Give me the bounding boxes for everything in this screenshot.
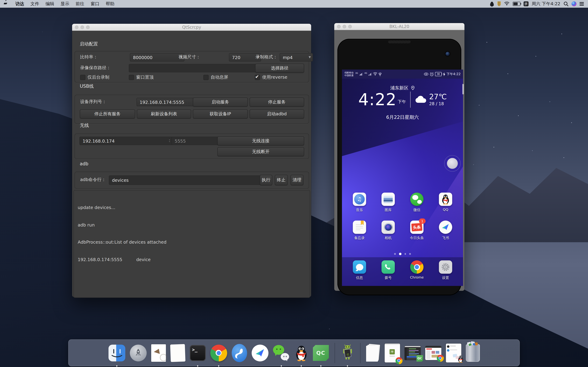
siri-icon[interactable] (571, 1, 576, 6)
weather-block[interactable]: 27℃ 28 / 18 (415, 93, 447, 106)
menu-view[interactable]: 显示 (57, 0, 72, 8)
stop-all-services-button[interactable]: 停止所有服务 (80, 109, 135, 118)
page-dot[interactable] (394, 253, 396, 255)
app-memo[interactable]: 备忘录 (348, 221, 371, 241)
checkbox-checked-icon[interactable] (255, 75, 260, 80)
dock-seal-app-icon[interactable] (232, 342, 247, 364)
app-feishu[interactable]: 飞书 (434, 221, 457, 241)
battery-icon[interactable] (513, 2, 520, 6)
dock-qtscrcpy-code-window-thumb[interactable]: QC (404, 342, 421, 364)
app-qq[interactable]: QQ (434, 192, 457, 213)
app-toutiao[interactable]: 1 头条 今日头条 (406, 221, 428, 241)
ip-port-colon: : (169, 137, 170, 144)
widget-time: 4:22 (358, 91, 397, 108)
pinyin-input-icon[interactable]: 拼 (524, 1, 528, 6)
serial-combobox[interactable]: 192.168.0.174:5555▼ (137, 98, 199, 106)
window-traffic-lights[interactable] (337, 25, 352, 28)
apple-menu-icon[interactable] (0, 0, 12, 8)
checkbox-icon[interactable] (80, 75, 85, 80)
checkbox-screen-off[interactable]: 自动息屏 (203, 75, 228, 80)
phone-mirror-window: BKL-AL20 优酷移动 中国联通 (334, 23, 465, 291)
dock-feishu-icon[interactable] (251, 342, 268, 364)
wireless-port-input[interactable]: 5555 (172, 137, 221, 145)
start-adbd-button[interactable]: 启动adbd (250, 109, 304, 118)
dock-notes-icon[interactable] (170, 342, 185, 364)
dock-qtscrcpy-icon[interactable]: QC (313, 342, 329, 364)
dock-wechat-icon[interactable] (273, 342, 290, 364)
app-messages[interactable]: 信息 (348, 260, 371, 280)
clear-button[interactable]: 清理 (291, 175, 303, 185)
dock-chrome-web-window-thumb[interactable] (425, 342, 441, 364)
page-dot[interactable] (405, 253, 406, 255)
memo-icon (353, 221, 366, 234)
dock-documents-stack-icon[interactable] (366, 342, 380, 364)
dock-launchpad-icon[interactable] (130, 342, 147, 364)
zoom-button[interactable] (86, 25, 90, 29)
wireless-connect-button[interactable]: 无线连接 (217, 136, 304, 145)
start-service-button[interactable]: 启动服务 (193, 98, 248, 107)
dock-finder-icon[interactable] (108, 342, 125, 364)
page-dot[interactable] (409, 253, 411, 255)
choose-path-button[interactable]: 选择路径 (255, 64, 304, 73)
app-dialer[interactable]: 拨号 (377, 260, 399, 280)
dock-qq-chat-window-thumb[interactable] (446, 342, 461, 364)
page-dot-current[interactable] (399, 253, 401, 255)
checkbox-icon[interactable] (203, 75, 209, 80)
app-settings[interactable]: 设置 (434, 260, 457, 280)
wireless-disconnect-button[interactable]: 无线断开 (217, 147, 304, 156)
qtscrcpy-titlebar[interactable]: QtScrcpy (72, 24, 311, 31)
app-gallery[interactable]: 图库 (377, 192, 399, 213)
phone-screen[interactable]: 优酷移动 中国联通 3G 4G (342, 70, 463, 286)
home-page-dots[interactable] (342, 253, 463, 255)
clock-widget[interactable]: 4:22 下午 27℃ 28 / 18 (342, 91, 463, 108)
bitrate-combobox[interactable]: 8000000▼ (130, 53, 184, 61)
floating-navigation-ball[interactable] (447, 158, 458, 169)
checkbox-icon[interactable] (129, 75, 134, 80)
spotlight-search-icon[interactable] (563, 1, 568, 6)
dock-chrome-icon[interactable] (210, 342, 227, 364)
menu-help[interactable]: 帮助 (103, 0, 118, 8)
dock-android-scrcpy-icon[interactable] (340, 342, 354, 364)
menu-edit[interactable]: 编辑 (42, 0, 57, 8)
get-device-ip-button[interactable]: 获取设备IP (193, 109, 248, 118)
checkbox-use-reverse[interactable]: 使用reverse (255, 75, 287, 80)
video-size-label: 视频尺寸： (179, 53, 200, 61)
dock-trash-icon[interactable] (466, 342, 480, 364)
record-format-combobox[interactable]: mp4▼ (280, 53, 313, 61)
execute-button[interactable]: 执行 (260, 175, 272, 185)
terminate-button[interactable]: 终止 (275, 175, 288, 185)
menu-file[interactable]: 文件 (27, 0, 42, 8)
menu-app-name[interactable]: 访达 (12, 0, 27, 8)
menu-window[interactable]: 窗口 (87, 0, 103, 8)
app-wechat[interactable]: 微信 (406, 192, 428, 213)
app-music[interactable]: ♫ 音乐 (348, 192, 371, 213)
wireless-ip-input[interactable]: 192.168.0.174 (79, 137, 173, 145)
window-traffic-lights[interactable] (75, 25, 90, 29)
gold-shield-icon[interactable] (497, 1, 501, 7)
close-button[interactable] (337, 25, 341, 28)
qq-penguin-icon[interactable] (490, 1, 494, 7)
dock-qq-icon[interactable] (294, 342, 308, 364)
app-camera[interactable]: 相机 (377, 221, 399, 241)
dock-terminal-icon[interactable]: >_ (190, 342, 206, 364)
stop-service-button[interactable]: 停止服务 (250, 98, 304, 107)
phone-window-titlebar[interactable]: BKL-AL20 (334, 23, 465, 30)
notification-center-icon[interactable] (579, 2, 584, 6)
record-path-input[interactable] (129, 64, 259, 72)
close-button[interactable] (75, 25, 78, 29)
wifi-icon[interactable] (504, 2, 510, 6)
adb-command-input[interactable]: devices (109, 175, 262, 185)
minimize-button[interactable] (343, 25, 346, 28)
menu-bar-clock[interactable]: 周六 下午4:22 (532, 1, 560, 7)
checkbox-background-record[interactable]: 仅后台录制 (80, 75, 109, 80)
app-chrome[interactable]: Chrome (406, 260, 428, 280)
dock-mail-icon[interactable] (151, 342, 166, 364)
checkbox-always-on-top[interactable]: 窗口置顶 (129, 75, 154, 80)
phone-window-scrollbar[interactable] (462, 84, 464, 94)
minimize-button[interactable] (80, 25, 84, 29)
zoom-button[interactable] (348, 25, 352, 28)
refresh-device-list-button[interactable]: 刷新设备列表 (137, 109, 191, 118)
menu-go[interactable]: 前往 (72, 0, 87, 8)
dock-chrome-doc-window-thumb[interactable]: 坤 (384, 342, 400, 364)
adb-log-output[interactable]: update devices... adb run AdbProcess::ou… (73, 190, 310, 298)
